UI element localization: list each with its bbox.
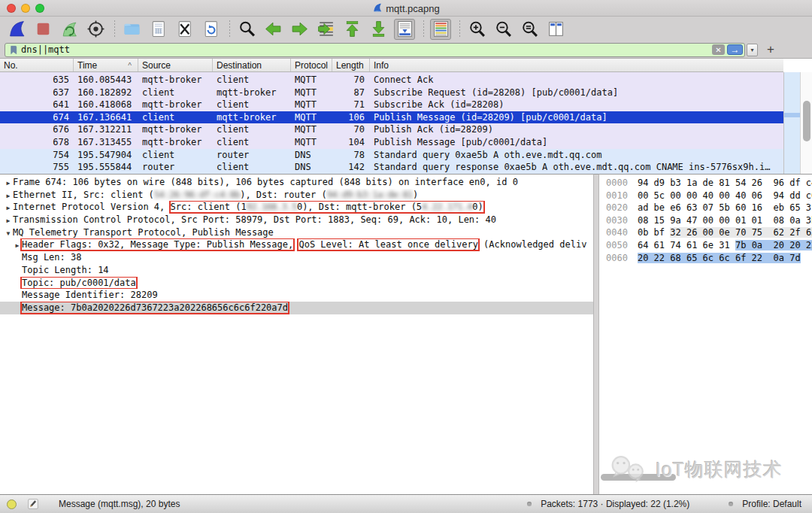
last-packet-button[interactable] (368, 19, 389, 40)
open-file-button[interactable] (121, 19, 142, 40)
hex-row[interactable]: 003008 15 9a 47 00 00 01 01 08 0a 3b (606, 214, 812, 227)
column-header-time[interactable]: Time^ (74, 59, 138, 71)
hex-row[interactable]: 005064 61 74 61 6e 31 7b 0a 20 20 22 (606, 239, 812, 252)
expand-arrow-icon[interactable]: ▶ (4, 178, 13, 189)
reload-file-button[interactable] (200, 19, 221, 40)
next-packet-button[interactable] (289, 19, 310, 40)
capture-options-button[interactable] (85, 19, 106, 40)
filter-apply-button[interactable]: → (727, 44, 743, 55)
detail-line[interactable]: ▶Header Flags: 0x32, Message Type: Publi… (0, 238, 593, 251)
display-filter-field[interactable]: dns||mqtt ✕ → (5, 43, 745, 57)
hex-bytes[interactable]: 94 d9 b3 1a de 81 54 26 96 df c4 (638, 178, 812, 188)
auto-scroll-button[interactable] (394, 19, 415, 40)
bytes-scrollbar-thumb[interactable] (601, 474, 676, 481)
packet-row[interactable]: 674167.136641clientmqtt-brokerMQTT106Pub… (0, 111, 783, 124)
detail-line[interactable]: ▶Frame 674: 106 bytes on wire (848 bits)… (0, 176, 593, 189)
zoom-in-button[interactable] (466, 19, 487, 40)
packet-bytes-pane: 000094 d9 b3 1a de 81 54 26 96 df c40010… (599, 174, 812, 494)
column-header-no[interactable]: No. (0, 59, 74, 71)
hex-bytes[interactable]: 64 61 74 61 6e 31 (638, 240, 735, 250)
filter-bar: dns||mqtt ✕ → ▾ + (0, 41, 812, 59)
find-packet-button[interactable] (236, 19, 257, 40)
packet-row[interactable]: 637160.182892clientmqtt-brokerMQTT87Subs… (0, 87, 783, 99)
column-header-destination[interactable]: Destination (213, 59, 291, 71)
packet-row[interactable]: 754195.547904clientrouterDNS78Standard q… (0, 149, 783, 162)
window-title-area: mqtt.pcapng (0, 0, 812, 17)
detail-line[interactable]: ▶Ethernet II, Src: client (54:26:96:df:c… (0, 189, 593, 202)
hex-row[interactable]: 006020 22 68 65 6c 6c 6f 22 0a 7d (606, 252, 812, 265)
hex-row[interactable]: 0020ad be e6 63 07 5b 60 16 eb 65 3f (606, 202, 812, 214)
packet-list-header: No.Time^SourceDestinationProtocolLengthI… (0, 59, 783, 72)
start-capture-button[interactable] (6, 19, 27, 40)
packet-list-minimap[interactable] (783, 72, 800, 174)
hex-bytes-selected[interactable]: 20 22 68 65 6c 6c 6f 22 0a 7d (638, 253, 801, 263)
annotation-box: Topic: pub/c0001/data (22, 278, 136, 288)
hex-bytes[interactable]: ad be e6 63 07 5b 60 16 eb 65 3f (638, 202, 812, 213)
filter-add-button[interactable]: + (767, 42, 774, 57)
resize-columns-button[interactable] (545, 19, 566, 40)
detail-line[interactable]: Message Identifier: 28209 (0, 289, 593, 302)
filter-bookmark-icon[interactable] (7, 44, 21, 56)
pane-splitter[interactable] (593, 174, 599, 494)
stop-capture-button[interactable] (32, 19, 53, 40)
scrollbar-thumb[interactable] (803, 101, 810, 141)
detail-line[interactable]: Message: 7b0a2020226d7367223a202268656c6… (0, 302, 593, 314)
display-filter-input[interactable]: dns||mqtt (21, 44, 712, 55)
packet-row[interactable]: 678167.313455mqtt-brokerclientMQTT104Pub… (0, 136, 783, 149)
expand-arrow-icon[interactable]: ▼ (4, 228, 13, 239)
packet-list-scrollbar[interactable] (800, 72, 812, 174)
hex-bytes-protocol[interactable]: 32 26 00 0e 70 75 62 2f 63 (670, 227, 812, 238)
filter-history-caret[interactable]: ▾ (747, 44, 758, 56)
hex-row[interactable]: 00400b bf 32 26 00 0e 70 75 62 2f 63 (606, 226, 812, 239)
previous-packet-button[interactable] (262, 19, 283, 40)
filter-clear-button[interactable]: ✕ (712, 44, 725, 55)
status-bar: Message (mqtt.msg), 20 bytes Packets: 17… (0, 494, 812, 513)
save-file-button[interactable] (147, 19, 168, 40)
packet-list: No.Time^SourceDestinationProtocolLengthI… (0, 59, 812, 174)
hex-row[interactable]: 000094 d9 b3 1a de 81 54 26 96 df c4 (606, 177, 812, 190)
expand-arrow-icon[interactable]: ▶ (4, 202, 13, 214)
column-header-length[interactable]: Length (332, 59, 370, 71)
close-file-button[interactable] (174, 19, 195, 40)
detail-line[interactable]: Topic Length: 14 (0, 264, 593, 277)
detail-line[interactable]: ▶Transmission Control Protocol, Src Port… (0, 214, 593, 226)
expand-arrow-icon[interactable]: ▶ (4, 190, 13, 202)
redacted-text: 92.168.3.5 (247, 202, 297, 212)
detail-line[interactable]: Topic: pub/c0001/data (0, 277, 593, 290)
annotation-box: QoS Level: At least once delivery (298, 239, 477, 250)
detail-line[interactable]: Msg Len: 38 (0, 251, 593, 264)
zoom-out-button[interactable] (492, 19, 514, 40)
column-header-info[interactable]: Info (370, 59, 783, 71)
packet-row[interactable]: 676167.312211mqtt-brokerclientMQTT70Publ… (0, 123, 783, 136)
bytes-horizontal-scrollbar[interactable] (599, 472, 812, 483)
packet-row[interactable]: 641160.418068mqtt-brokerclientMQTT71Subs… (0, 99, 783, 111)
column-header-protocol[interactable]: Protocol (291, 59, 332, 71)
redacted-text: 94:d9:b3:1a:de:81 (327, 190, 413, 200)
window-title: mqtt.pcapng (386, 3, 440, 14)
detail-line[interactable]: ▶Internet Protocol Version 4, Src: clien… (0, 201, 593, 214)
hex-bytes[interactable]: 0b bf (638, 227, 670, 238)
hex-row[interactable]: 001000 5c 00 00 40 00 40 06 94 dd c0 (606, 190, 812, 202)
go-to-packet-button[interactable] (315, 19, 336, 40)
expand-arrow-icon[interactable]: ▶ (4, 215, 13, 226)
packet-row[interactable]: 635160.085443mqtt-brokerclientMQTT70Conn… (0, 74, 783, 87)
expand-arrow-icon[interactable]: ▶ (13, 240, 22, 251)
colorize-packets-button[interactable] (430, 19, 451, 40)
capture-comment-icon[interactable] (27, 498, 39, 510)
column-header-source[interactable]: Source (138, 59, 213, 71)
zoom-reset-button[interactable] (519, 19, 540, 40)
hex-bytes[interactable]: 08 15 9a 47 00 00 01 01 08 0a 3b (638, 215, 812, 226)
toolbar-separator (114, 20, 115, 38)
restart-capture-button[interactable] (59, 19, 80, 40)
packet-row[interactable]: 755195.555844routerclientDNS142Standard … (0, 161, 783, 174)
status-profile[interactable]: Profile: Default (742, 499, 801, 509)
first-packet-button[interactable] (341, 19, 362, 40)
status-packet-counts: Packets: 1773 · Displayed: 22 (1.2%) (541, 499, 689, 509)
toolbar-separator (459, 20, 460, 38)
status-separator-dot (729, 502, 733, 506)
expert-info-icon[interactable] (7, 499, 17, 509)
detail-line[interactable]: ▼MQ Telemetry Transport Protocol, Publis… (0, 226, 593, 239)
hex-bytes-selected[interactable]: 7b 0a 20 20 22 (735, 240, 812, 250)
hex-bytes[interactable]: 00 5c 00 00 40 00 40 06 94 dd c0 (638, 190, 812, 201)
wireshark-window: mqtt.pcapng dns||mqtt ✕ → ▾ + No.Time^So… (0, 0, 812, 513)
